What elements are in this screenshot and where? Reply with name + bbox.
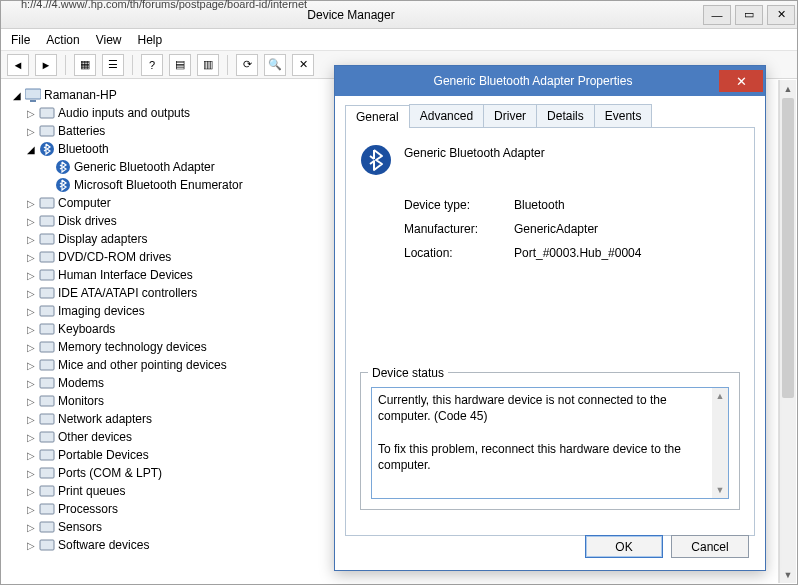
disk-icon: [38, 213, 56, 229]
svg-rect-8: [40, 216, 54, 226]
tab-advanced[interactable]: Advanced: [409, 104, 484, 127]
software-icon: [38, 537, 56, 553]
bluetooth-icon: [54, 159, 72, 175]
svg-rect-17: [40, 378, 54, 388]
menu-action[interactable]: Action: [46, 33, 79, 47]
dialog-titlebar[interactable]: Generic Bluetooth Adapter Properties ✕: [335, 66, 765, 96]
memory-icon: [38, 339, 56, 355]
scroll-up-icon[interactable]: ▲: [712, 388, 728, 404]
menu-view[interactable]: View: [96, 33, 122, 47]
audio-icon: [38, 105, 56, 121]
device-status-group: Device status Currently, this hardware d…: [360, 358, 740, 510]
device-type-label: Device type:: [404, 198, 514, 212]
scroll-thumb[interactable]: [782, 98, 794, 398]
tree-item-label: Bluetooth: [58, 142, 109, 156]
cancel-button[interactable]: Cancel: [671, 535, 749, 558]
show-icon[interactable]: ▦: [74, 54, 96, 76]
tree-item-label: Other devices: [58, 430, 132, 444]
device-status-text[interactable]: Currently, this hardware device is not c…: [371, 387, 729, 499]
svg-rect-12: [40, 288, 54, 298]
dialog-close-button[interactable]: ✕: [719, 70, 763, 92]
tree-item-label: Display adapters: [58, 232, 147, 246]
maximize-button[interactable]: ▭: [735, 5, 763, 25]
tree-item-label: Computer: [58, 196, 111, 210]
device-type-value: Bluetooth: [514, 198, 565, 212]
tree-item-label: Batteries: [58, 124, 105, 138]
tree-item-label: Memory technology devices: [58, 340, 207, 354]
scroll-up-icon[interactable]: ▲: [780, 80, 796, 97]
vertical-scrollbar[interactable]: ▲ ▼: [779, 80, 796, 583]
refresh-icon[interactable]: ⟳: [236, 54, 258, 76]
hid-icon: [38, 267, 56, 283]
network-icon: [38, 411, 56, 427]
port-icon: [38, 465, 56, 481]
tab-details[interactable]: Details: [536, 104, 595, 127]
tree-item-label: Software devices: [58, 538, 149, 552]
tree-item-label: Monitors: [58, 394, 104, 408]
tab-driver[interactable]: Driver: [483, 104, 537, 127]
separator: [227, 55, 228, 75]
ide-icon: [38, 285, 56, 301]
sensor-icon: [38, 519, 56, 535]
toolbar-icon-5[interactable]: ▤: [169, 54, 191, 76]
tree-item-label: Keyboards: [58, 322, 115, 336]
separator: [65, 55, 66, 75]
scroll-down-icon[interactable]: ▼: [712, 482, 728, 498]
device-properties: Device type:Bluetooth Manufacturer:Gener…: [404, 198, 740, 260]
status-line-2: To fix this problem, reconnect this hard…: [378, 442, 681, 472]
tree-item-label: Disk drives: [58, 214, 117, 228]
svg-rect-26: [40, 540, 54, 550]
svg-rect-22: [40, 468, 54, 478]
scroll-down-icon[interactable]: ▼: [780, 566, 796, 583]
status-scrollbar[interactable]: ▲ ▼: [712, 388, 728, 498]
window-controls: — ▭ ✕: [701, 3, 797, 27]
svg-rect-1: [30, 100, 36, 102]
tab-general[interactable]: General: [345, 105, 410, 128]
svg-rect-19: [40, 414, 54, 424]
help-icon[interactable]: ?: [141, 54, 163, 76]
tree-item-label: Ports (COM & LPT): [58, 466, 162, 480]
svg-rect-9: [40, 234, 54, 244]
back-icon[interactable]: ◄: [7, 54, 29, 76]
keyboard-icon: [38, 321, 56, 337]
separator: [132, 55, 133, 75]
tree-item-label: Audio inputs and outputs: [58, 106, 190, 120]
location-value: Port_#0003.Hub_#0004: [514, 246, 641, 260]
computer-icon: [24, 87, 42, 103]
menu-help[interactable]: Help: [138, 33, 163, 47]
monitor-icon: [38, 393, 56, 409]
camera-icon: [38, 303, 56, 319]
svg-rect-2: [40, 108, 54, 118]
svg-rect-16: [40, 360, 54, 370]
bluetooth-icon: [360, 144, 392, 176]
svg-rect-14: [40, 324, 54, 334]
toolbar-icon-6[interactable]: ▥: [197, 54, 219, 76]
ok-button[interactable]: OK: [585, 535, 663, 558]
other-icon: [38, 429, 56, 445]
svg-rect-18: [40, 396, 54, 406]
device-header: Generic Bluetooth Adapter: [360, 144, 740, 176]
delete-icon[interactable]: ✕: [292, 54, 314, 76]
close-button[interactable]: ✕: [767, 5, 795, 25]
tree-item-label: DVD/CD-ROM drives: [58, 250, 171, 264]
tab-events[interactable]: Events: [594, 104, 653, 127]
tree-item-label: Print queues: [58, 484, 125, 498]
properties-dialog: Generic Bluetooth Adapter Properties ✕ G…: [334, 65, 766, 571]
location-label: Location:: [404, 246, 514, 260]
minimize-button[interactable]: —: [703, 5, 731, 25]
status-line-1: Currently, this hardware device is not c…: [378, 393, 667, 423]
tab-pane-general: Generic Bluetooth Adapter Device type:Bl…: [345, 128, 755, 536]
svg-rect-13: [40, 306, 54, 316]
menu-file[interactable]: File: [11, 33, 30, 47]
svg-rect-3: [40, 126, 54, 136]
svg-rect-20: [40, 432, 54, 442]
manufacturer-label: Manufacturer:: [404, 222, 514, 236]
dialog-buttons: OK Cancel: [585, 535, 749, 558]
svg-rect-10: [40, 252, 54, 262]
tree-item-label: Sensors: [58, 520, 102, 534]
forward-icon[interactable]: ►: [35, 54, 57, 76]
scan-icon[interactable]: 🔍: [264, 54, 286, 76]
svg-rect-23: [40, 486, 54, 496]
properties-icon[interactable]: ☰: [102, 54, 124, 76]
svg-rect-15: [40, 342, 54, 352]
